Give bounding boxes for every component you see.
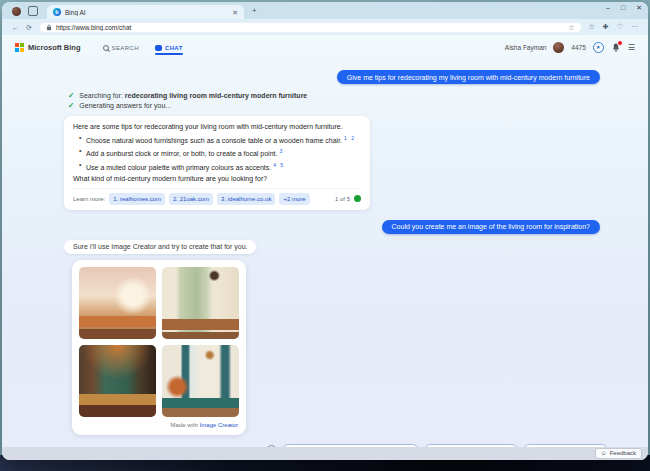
chat-bubble-icon [155,45,162,51]
tab-chat[interactable]: CHAT [155,41,183,55]
user-name[interactable]: Aisha Fayman [505,44,547,51]
bing-favicon: b [53,8,61,16]
notifications-bell[interactable] [611,42,621,53]
status-searching: ✓ Searching for: redecorating living roo… [68,91,648,101]
microsoft-logo-icon [15,43,24,52]
browser-profile-avatar[interactable] [12,7,21,16]
status-dot-icon [354,195,361,202]
browser-tab-strip: b Bing AI ✕ + – □ ✕ [2,2,648,19]
image-caption: Made with Image Creator [79,422,239,428]
favorite-star-icon[interactable]: ☆ [568,24,574,31]
user-message-bubble: Could you create me an image of the livi… [382,220,600,234]
user-message-row: Give me tips for redecorating my living … [2,70,648,84]
citation-link[interactable]: 3. idealhome.co.uk [217,193,275,205]
rewards-medal-icon[interactable]: ★ [593,42,604,53]
answer-question: What kind of mid-century modern furnitur… [73,174,361,184]
image-grid [79,267,239,417]
chat-conversation: Give me tips for redecorating my living … [2,60,648,447]
rewards-points[interactable]: 4475 [571,44,585,51]
address-bar[interactable]: https://www.bing.com/chat ☆ [39,22,582,33]
feedback-icon: ☺ [601,450,607,458]
learn-more-label: Learn more: [73,194,105,204]
favorites-bar-icon[interactable]: ☆ [589,23,595,31]
desktop-background: b Bing AI ✕ + – □ ✕ ← ⟳ https://www.bing… [0,0,650,471]
header-tabs: SEARCH CHAT [103,41,183,55]
citation-refs[interactable]: 4 5 [273,162,284,168]
check-icon: ✓ [68,101,74,111]
minimize-button[interactable]: – [606,4,610,12]
url-text: https://www.bing.com/chat [56,24,564,31]
citation-link[interactable]: 2. 21oak.com [169,193,213,205]
browser-window: b Bing AI ✕ + – □ ✕ ← ⟳ https://www.bing… [2,2,648,460]
image-creator-link[interactable]: Image Creator [200,422,238,428]
citation-refs[interactable]: 1 2 [344,135,355,141]
feedback-button[interactable]: ☺ Feedback [595,448,643,460]
bot-reply-row: Sure I'll use Image Creator and try to c… [64,240,648,254]
tab-search[interactable]: SEARCH [103,41,139,55]
pager-text: 1 of 5 [335,194,350,204]
check-icon: ✓ [68,91,74,101]
search-query: redecorating living room mid-century mod… [125,92,307,99]
tab-close-icon[interactable]: ✕ [232,9,238,16]
window-bottom-band: ☺ Feedback [2,447,648,460]
answer-bullet: Use a muted colour palette with primary … [79,160,361,173]
generated-image-1[interactable] [79,267,156,339]
brand-name: Microsoft Bing [28,43,81,52]
generated-image-2[interactable] [162,267,239,339]
window-controls: – □ ✕ [606,4,642,12]
citation-more-link[interactable]: +2 more [279,193,309,205]
maximize-button[interactable]: □ [621,4,625,12]
browser-essentials-icon[interactable]: ♡ [617,23,623,31]
generated-image-4[interactable] [162,345,239,417]
extensions-icon[interactable]: ✚ [603,23,609,31]
answer-card: Here are some tips for redecorating your… [64,116,370,210]
citation-refs[interactable]: 3 [279,148,283,154]
citation-link[interactable]: 1. realhomes.com [109,193,165,205]
header-right: Aisha Fayman 4475 ★ ☰ [505,42,635,53]
hamburger-menu-icon[interactable]: ☰ [628,44,635,52]
status-generating: ✓ Generating answers for you... [68,101,648,111]
notification-badge [617,40,623,46]
search-status-lines: ✓ Searching for: redecorating living roo… [68,91,648,111]
answer-bullet: Choose natural wood furnishings such as … [79,133,361,146]
new-tab-button[interactable]: + [252,6,257,15]
bot-reply-bubble: Sure I'll use Image Creator and try to c… [64,240,256,254]
generated-image-3[interactable] [79,345,156,417]
microsoft-bing-logo[interactable]: Microsoft Bing [15,43,81,52]
user-message-bubble: Give me tips for redecorating my living … [337,70,600,84]
tab-actions-icon[interactable] [28,6,38,16]
tab-title: Bing AI [65,9,228,16]
refresh-icon[interactable]: ⟳ [26,24,32,31]
answer-intro: Here are some tips for redecorating your… [73,122,361,132]
answer-bullet: Add a sunburst clock or mirror, or both,… [79,146,361,159]
bing-chat-page: Microsoft Bing SEARCH CHAT Aisha Fayman [2,35,648,447]
browser-navbar: ← ⟳ https://www.bing.com/chat ☆ ☆ ✚ ♡ ⋯ [2,19,648,35]
close-button[interactable]: ✕ [636,4,642,12]
bing-header: Microsoft Bing SEARCH CHAT Aisha Fayman [2,35,648,60]
generated-images-card: Made with Image Creator [72,260,246,435]
answer-bullets: Choose natural wood furnishings such as … [73,133,361,173]
back-icon[interactable]: ← [12,24,19,31]
browser-menu-icon[interactable]: ⋯ [631,23,638,31]
user-message-row: Could you create me an image of the livi… [2,220,648,234]
browser-tab[interactable]: b Bing AI ✕ [47,5,244,19]
answer-footer: Learn more: 1. realhomes.com 2. 21oak.co… [73,188,361,205]
search-icon [103,45,109,51]
answer-pager: 1 of 5 [335,194,361,204]
navbar-icons: ☆ ✚ ♡ ⋯ [589,23,638,31]
lock-icon [46,24,52,31]
user-avatar[interactable] [553,42,564,53]
